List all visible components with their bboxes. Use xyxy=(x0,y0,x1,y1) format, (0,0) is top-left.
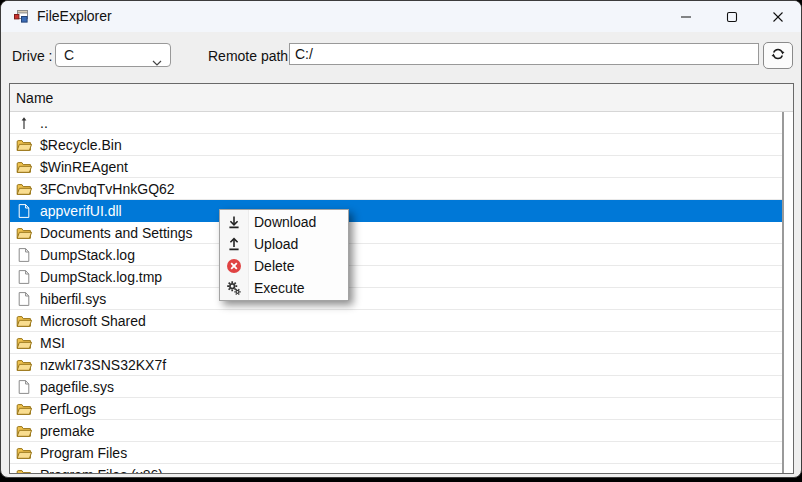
drive-value: C xyxy=(64,47,74,63)
column-divider xyxy=(782,112,784,473)
folder-icon xyxy=(16,357,32,373)
list-item[interactable]: Documents and Settings xyxy=(10,222,782,244)
list-item[interactable]: DumpStack.log xyxy=(10,244,782,266)
list-item[interactable]: PerfLogs xyxy=(10,398,782,420)
folder-icon xyxy=(16,137,32,153)
list-item[interactable]: $Recycle.Bin xyxy=(10,134,782,156)
context-menu-item-upload[interactable]: Upload xyxy=(220,233,348,255)
title-bar: FileExplorer xyxy=(1,1,801,32)
file-icon xyxy=(16,291,32,307)
drive-select[interactable]: C xyxy=(55,43,171,67)
list-item[interactable]: nzwkI73SNS32KX7f xyxy=(10,354,782,376)
context-menu-item-download[interactable]: Download xyxy=(220,211,348,233)
folder-icon xyxy=(16,335,32,351)
close-icon xyxy=(772,11,784,23)
folder-icon xyxy=(16,225,32,241)
window-title: FileExplorer xyxy=(37,8,112,24)
folder-icon xyxy=(16,401,32,417)
list-item[interactable]: Program Files xyxy=(10,442,782,464)
context-menu-item-execute[interactable]: Execute xyxy=(220,277,348,299)
context-menu: Download Upload Delete Execute xyxy=(219,209,349,301)
file-icon xyxy=(16,203,32,219)
list-item[interactable]: Microsoft Shared xyxy=(10,310,782,332)
upload-icon xyxy=(226,236,242,252)
folder-icon xyxy=(16,445,32,461)
maximize-button[interactable] xyxy=(709,1,755,32)
remote-path-input[interactable] xyxy=(289,43,759,65)
drive-label: Drive : xyxy=(12,48,52,64)
list-item-selected[interactable]: appverifUI.dll xyxy=(10,200,782,222)
file-explorer-window: FileExplorer Drive : C Remote path : Nam… xyxy=(0,0,802,478)
file-list: Name .. $Recycle.Bin $WinREAgent 3FCnvbq… xyxy=(9,83,794,474)
list-item[interactable]: hiberfil.sys xyxy=(10,288,782,310)
remote-path-label: Remote path : xyxy=(208,48,296,64)
file-icon xyxy=(16,379,32,395)
folder-icon xyxy=(16,423,32,439)
list-item[interactable]: 3FCnvbqTvHnkGQ62 xyxy=(10,178,782,200)
file-icon xyxy=(16,247,32,263)
up-arrow-icon xyxy=(16,115,32,131)
file-icon xyxy=(16,269,32,285)
list-item[interactable]: DumpStack.log.tmp xyxy=(10,266,782,288)
download-icon xyxy=(226,214,242,230)
column-header-name[interactable]: Name xyxy=(10,84,793,112)
folder-icon xyxy=(16,181,32,197)
folder-icon xyxy=(16,467,32,475)
maximize-icon xyxy=(726,11,738,23)
folder-icon xyxy=(16,313,32,329)
minimize-icon xyxy=(680,11,692,23)
minimize-button[interactable] xyxy=(663,1,709,32)
list-item[interactable]: $WinREAgent xyxy=(10,156,782,178)
list-item[interactable]: pagefile.sys xyxy=(10,376,782,398)
list-item[interactable]: MSI xyxy=(10,332,782,354)
list-item-parent-dir[interactable]: .. xyxy=(10,112,782,134)
context-menu-item-delete[interactable]: Delete xyxy=(220,255,348,277)
list-item[interactable]: Program Files (x86) xyxy=(10,464,782,474)
refresh-button[interactable] xyxy=(763,42,793,69)
execute-icon xyxy=(226,280,242,296)
chevron-down-icon xyxy=(152,53,162,69)
close-button[interactable] xyxy=(755,1,801,32)
list-item[interactable]: premake xyxy=(10,420,782,442)
folder-icon xyxy=(16,159,32,175)
refresh-icon xyxy=(770,46,786,66)
app-icon xyxy=(13,8,29,24)
delete-icon xyxy=(226,258,242,274)
